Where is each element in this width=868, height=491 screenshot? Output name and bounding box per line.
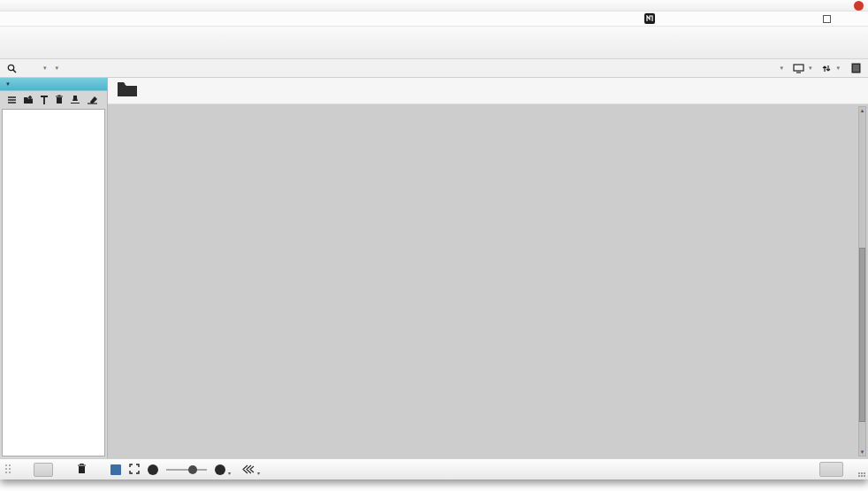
stamp-icon[interactable]: [70, 95, 80, 104]
display-mode-icon[interactable]: [793, 64, 804, 73]
scroll-down-icon[interactable]: ▼: [860, 449, 865, 456]
app-window: ▾ ▾ ▾ ▾ ▾ ▼: [0, 0, 868, 479]
magix-news-icon[interactable]: [644, 13, 655, 24]
eraser-icon[interactable]: [87, 95, 98, 104]
optimize-button[interactable]: [34, 463, 53, 477]
path-dropdown-icon[interactable]: ▾: [780, 65, 783, 72]
fit-to-screen-button[interactable]: [129, 462, 140, 478]
original-size-button[interactable]: [110, 464, 121, 475]
photo-grid: [111, 104, 856, 458]
zoom-slider-handle[interactable]: [188, 465, 197, 474]
vertical-scrollbar[interactable]: ▲ ▼: [858, 106, 866, 456]
folder-icon: [117, 81, 138, 101]
to-album-button[interactable]: [819, 462, 843, 477]
content-area: ▲ ▼: [108, 78, 868, 458]
titlebar: [0, 0, 868, 12]
delete-category-icon[interactable]: [55, 95, 64, 104]
drag-grip-icon[interactable]: [5, 464, 11, 474]
zoom-slider[interactable]: [166, 469, 207, 471]
new-category-icon[interactable]: [23, 95, 34, 104]
chevron-down-icon: ▼: [5, 81, 11, 87]
back-history-dropdown-icon[interactable]: ▾: [43, 65, 47, 72]
sidebar: ▼: [0, 78, 108, 458]
sort-order-dropdown-icon[interactable]: ▾: [836, 65, 840, 72]
main-toolbar: [0, 27, 868, 59]
bottom-toolbar: ▾ ▾: [0, 458, 868, 479]
sort-order-icon[interactable]: [821, 64, 832, 73]
zoom-dropdown-icon[interactable]: ▾: [228, 470, 231, 476]
pathbar: ▾ ▾ ▾ ▾ ▾: [0, 59, 868, 78]
compare-view-icon[interactable]: [242, 462, 255, 478]
zoom-out-button[interactable]: [148, 464, 158, 475]
display-mode-dropdown-icon[interactable]: ▾: [809, 65, 812, 72]
sidebar-item-categories[interactable]: ▼: [0, 78, 107, 91]
window-resize-grip[interactable]: [858, 472, 866, 478]
compare-dropdown-icon[interactable]: ▾: [257, 470, 260, 476]
search-icon[interactable]: [7, 64, 17, 73]
folder-header: [108, 78, 868, 104]
scrollbar-thumb[interactable]: [859, 248, 865, 422]
scroll-up-icon[interactable]: ▲: [860, 107, 865, 114]
zoom-in-button[interactable]: [215, 464, 225, 475]
advanced-mode-checkbox[interactable]: [823, 15, 831, 23]
delete-button[interactable]: [77, 462, 87, 478]
text-label-icon[interactable]: [40, 96, 49, 104]
category-tree: [2, 109, 105, 456]
list-view-icon[interactable]: [851, 63, 861, 73]
category-toolbar: [0, 91, 107, 108]
list-menu-icon[interactable]: [7, 96, 17, 104]
close-button[interactable]: [854, 1, 864, 11]
forward-history-dropdown-icon[interactable]: ▾: [56, 65, 59, 72]
advanced-mode-toggle[interactable]: [823, 15, 836, 23]
menubar: [0, 12, 868, 27]
